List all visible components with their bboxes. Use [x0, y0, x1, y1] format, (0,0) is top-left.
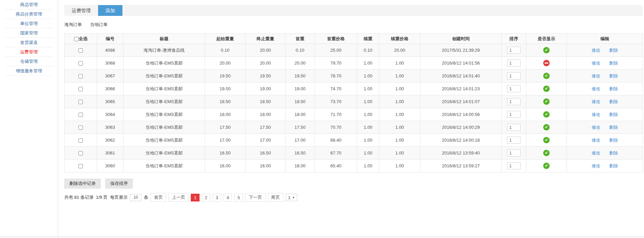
- sidebar-item-2[interactable]: 单位管理: [5, 19, 53, 28]
- select-all-checkbox[interactable]: [74, 37, 78, 41]
- cell-end-weight: 18.50: [246, 95, 285, 108]
- sidebar-item-3[interactable]: 国家管理: [5, 28, 53, 38]
- row-checkbox[interactable]: [78, 138, 83, 143]
- sidebar-item-5[interactable]: 运费管理: [5, 47, 53, 57]
- sort-input[interactable]: [507, 124, 521, 131]
- status-visible-icon[interactable]: [543, 163, 550, 169]
- status-visible-icon[interactable]: [543, 47, 550, 53]
- sidebar-item-0[interactable]: 商品管理: [5, 0, 53, 9]
- row-checkbox[interactable]: [78, 164, 83, 168]
- last-page-button[interactable]: 尾页: [268, 193, 283, 202]
- cell-start-weight: 0.10: [205, 44, 246, 57]
- status-visible-icon[interactable]: [543, 98, 550, 105]
- modify-link[interactable]: 修改: [592, 61, 600, 66]
- modify-link[interactable]: 修改: [592, 86, 600, 91]
- modify-link[interactable]: 修改: [592, 48, 600, 53]
- select-all-label: 全选: [79, 36, 88, 41]
- page-number-5[interactable]: 5: [234, 194, 243, 201]
- delete-selected-button[interactable]: 删除选中记录: [64, 178, 101, 189]
- page-number-2[interactable]: 2: [202, 194, 210, 201]
- cell-additional-weight: 1.00: [357, 147, 379, 160]
- delete-link[interactable]: 删除: [609, 163, 618, 168]
- header-edit: 编辑: [567, 34, 643, 44]
- page-number-1[interactable]: 1: [191, 194, 199, 201]
- cell-select: [65, 108, 97, 121]
- page-number-3[interactable]: 3: [213, 194, 221, 201]
- cell-end-weight: 16.00: [246, 160, 285, 172]
- delete-link[interactable]: 删除: [609, 138, 618, 143]
- next-page-button[interactable]: 下一页: [246, 193, 266, 202]
- modify-link[interactable]: 修改: [592, 138, 600, 143]
- status-visible-icon[interactable]: [543, 137, 550, 143]
- status-hidden-icon[interactable]: [543, 60, 550, 66]
- sort-input[interactable]: [507, 111, 521, 118]
- sidebar-items: 商品管理商品分类管理单位管理国家管理发货渠道运费管理仓储管理增值服务管理: [0, 0, 58, 76]
- sidebar-item-1[interactable]: 商品分类管理: [5, 9, 53, 19]
- status-visible-icon[interactable]: [543, 73, 550, 79]
- modify-link[interactable]: 修改: [592, 73, 600, 78]
- cell-first-weight: 17.00: [285, 134, 315, 147]
- sort-input[interactable]: [507, 85, 521, 92]
- first-page-button[interactable]: 首页: [151, 193, 166, 202]
- cell-additional-weight: 1.00: [357, 121, 379, 134]
- sidebar-item-7[interactable]: 增值服务管理: [5, 66, 53, 76]
- page-jump-select[interactable]: 1 ▼: [286, 194, 297, 201]
- modify-link[interactable]: 修改: [592, 125, 600, 130]
- cell-visible: [526, 95, 567, 108]
- cell-created-at: 2016/8/12 14:01:07: [420, 95, 502, 108]
- row-checkbox[interactable]: [78, 125, 83, 130]
- subnav-link-1[interactable]: 当地订单: [90, 22, 108, 28]
- delete-link[interactable]: 删除: [609, 48, 618, 53]
- cell-visible: [526, 57, 567, 70]
- cell-id: 3065: [97, 95, 123, 108]
- row-checkbox[interactable]: [78, 100, 83, 104]
- delete-link[interactable]: 删除: [609, 61, 618, 66]
- row-checkbox[interactable]: [78, 113, 83, 117]
- cell-sort: [502, 134, 526, 147]
- status-visible-icon[interactable]: [543, 111, 550, 118]
- modify-link[interactable]: 修改: [592, 150, 600, 156]
- sidebar-item-4[interactable]: 发货渠道: [5, 38, 53, 47]
- row-checkbox[interactable]: [78, 48, 83, 53]
- header-visible: 是否显示: [526, 34, 567, 44]
- status-visible-icon[interactable]: [543, 124, 550, 130]
- delete-link[interactable]: 删除: [609, 99, 618, 104]
- row-checkbox[interactable]: [78, 61, 83, 66]
- subnav-link-0[interactable]: 海淘订单: [64, 22, 82, 28]
- sort-input[interactable]: [507, 137, 521, 144]
- cell-additional-weight: 0.10: [357, 44, 379, 57]
- cell-id: 3062: [97, 134, 123, 147]
- cell-additional-weight: 1.00: [357, 160, 379, 172]
- sort-input[interactable]: [507, 149, 521, 157]
- sort-input[interactable]: [507, 72, 521, 79]
- tab-1[interactable]: 添加: [98, 5, 122, 16]
- status-visible-icon[interactable]: [543, 86, 550, 92]
- sort-input[interactable]: [507, 98, 521, 105]
- delete-link[interactable]: 删除: [609, 125, 618, 130]
- row-checkbox[interactable]: [78, 151, 83, 156]
- delete-link[interactable]: 删除: [609, 150, 618, 156]
- cell-sort: [502, 82, 526, 95]
- row-checkbox[interactable]: [78, 87, 83, 91]
- cell-first-price: 70.70: [315, 121, 357, 134]
- sort-input[interactable]: [507, 60, 521, 67]
- save-sort-button[interactable]: 保存排序: [105, 178, 133, 189]
- sort-input[interactable]: [507, 162, 521, 169]
- per-page-input[interactable]: [130, 194, 141, 201]
- page-number-4[interactable]: 4: [224, 194, 232, 201]
- footer-actions: 删除选中记录 保存排序: [64, 178, 643, 189]
- cell-edit: 修改删除: [567, 160, 643, 172]
- sort-input[interactable]: [507, 47, 521, 54]
- tab-0[interactable]: 运费管理: [64, 5, 98, 16]
- cell-first-weight: 18.50: [285, 95, 315, 108]
- row-checkbox[interactable]: [78, 74, 83, 78]
- modify-link[interactable]: 修改: [592, 163, 600, 168]
- modify-link[interactable]: 修改: [592, 112, 600, 117]
- delete-link[interactable]: 删除: [609, 73, 618, 78]
- sidebar-item-6[interactable]: 仓储管理: [5, 57, 53, 66]
- delete-link[interactable]: 删除: [609, 86, 618, 91]
- modify-link[interactable]: 修改: [592, 99, 600, 104]
- delete-link[interactable]: 删除: [609, 112, 618, 117]
- prev-page-button[interactable]: 上一页: [168, 193, 188, 202]
- status-visible-icon[interactable]: [543, 150, 550, 156]
